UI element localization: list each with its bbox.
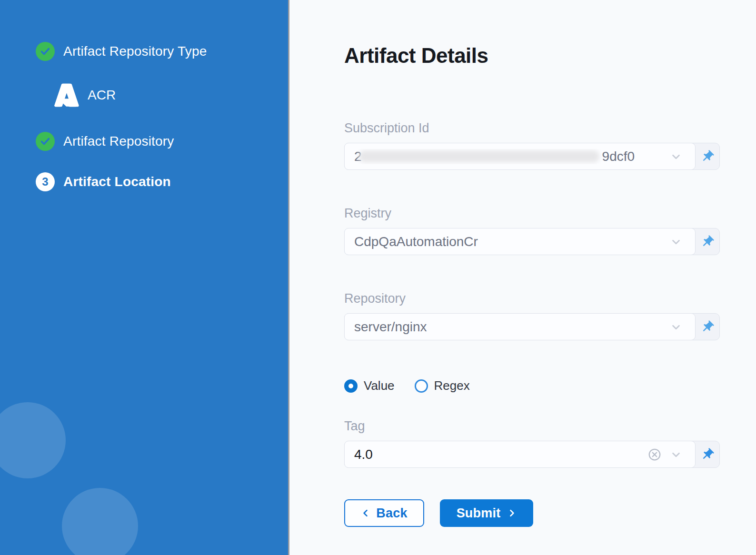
subscription-id-value: 29dcf0 [354,149,666,164]
step-label: Artifact Repository [63,134,174,149]
subscription-id-select[interactable]: 29dcf0 [344,143,696,170]
repository-field: server/nginx [344,313,720,340]
tag-field [344,441,720,468]
step-label-current: Artifact Location [63,174,171,189]
repository-select[interactable]: server/nginx [344,313,696,340]
radio-value[interactable]: Value [344,378,395,393]
registry-label: Registry [344,206,720,221]
substep-label: ACR [88,88,116,103]
radio-selected-icon [344,379,358,393]
step-label: Artifact Repository Type [63,44,207,59]
chevron-down-icon[interactable] [666,236,686,248]
radio-regex[interactable]: Regex [415,378,470,393]
wizard-steps: Artifact Repository Type ACR [0,0,288,191]
repository-value: server/nginx [354,319,666,335]
repository-group: Repository server/nginx [344,291,720,340]
step-artifact-location[interactable]: 3 Artifact Location [36,172,288,191]
radio-unselected-icon [415,379,428,393]
step-substep-acr[interactable]: ACR [53,82,288,109]
tag-label: Tag [344,419,720,434]
subscription-id-suffix: 9dcf0 [602,149,635,164]
radio-value-label: Value [364,378,395,393]
wizard-sidebar: Artifact Repository Type ACR [0,0,289,555]
radio-regex-label: Regex [434,378,470,393]
submit-button[interactable]: Submit [440,499,533,527]
repository-label: Repository [344,291,720,306]
wizard-footer-buttons: Back Submit [344,499,720,527]
azure-logo-icon [53,82,80,109]
chevron-left-icon [361,508,370,518]
pin-icon[interactable] [696,441,719,467]
chevron-down-icon[interactable] [666,448,686,461]
subscription-id-field: 29dcf0 [344,143,720,170]
clear-icon[interactable] [644,447,666,462]
registry-field: CdpQaAutomationCr [344,228,720,255]
chevron-down-icon[interactable] [666,150,686,163]
registry-select[interactable]: CdpQaAutomationCr [344,228,696,255]
tag-input-box [344,441,696,468]
back-button-label: Back [376,506,407,521]
pin-icon[interactable] [696,228,719,255]
subscription-id-label: Subscription Id [344,121,720,136]
submit-button-label: Submit [457,506,501,521]
pin-icon[interactable] [696,314,719,340]
match-type-radio-group: Value Regex [344,378,720,393]
page-title: Artifact Details [344,44,720,68]
chevron-down-icon[interactable] [666,321,686,333]
redacted-blur [359,150,599,162]
tag-group: Tag [344,419,720,468]
step-number-badge: 3 [36,172,55,191]
step-artifact-repository-type[interactable]: Artifact Repository Type [36,42,288,61]
back-button[interactable]: Back [344,499,424,527]
step-artifact-repository[interactable]: Artifact Repository [36,132,288,151]
registry-value: CdpQaAutomationCr [354,234,666,249]
step-complete-check-icon [36,42,55,61]
registry-group: Registry CdpQaAutomationCr [344,206,720,255]
tag-input[interactable] [354,447,644,462]
step-complete-check-icon [36,132,55,151]
artifact-wizard-window: Artifact Repository Type ACR [0,0,756,555]
pin-icon[interactable] [696,143,719,169]
artifact-details-panel: Artifact Details Subscription Id 29dcf0 [289,0,756,555]
subscription-id-group: Subscription Id 29dcf0 [344,121,720,170]
chevron-right-icon [507,508,517,518]
